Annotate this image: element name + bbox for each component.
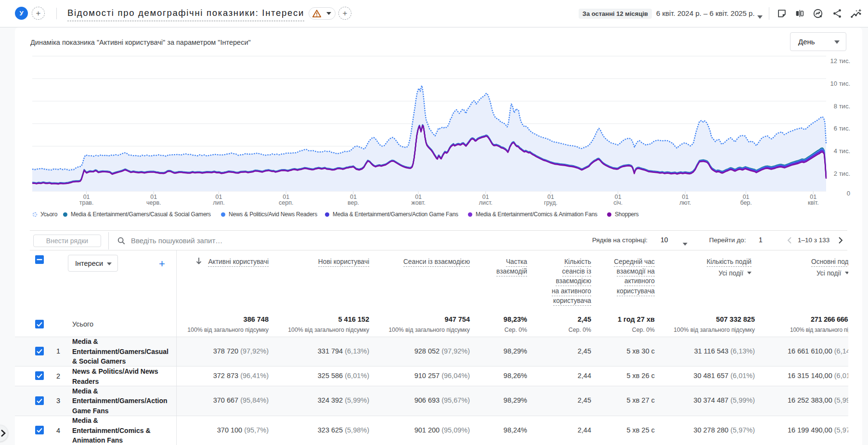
svg-text:серп.: серп.	[279, 199, 293, 206]
svg-text:квіт.: квіт.	[808, 199, 819, 206]
svg-text:12 тис.: 12 тис.	[830, 57, 850, 65]
svg-text:лип.: лип.	[213, 199, 225, 206]
svg-text:8 тис.: 8 тис.	[834, 103, 850, 110]
svg-text:10 тис.: 10 тис.	[830, 80, 850, 87]
svg-text:вер.: вер.	[348, 199, 359, 206]
svg-text:0: 0	[847, 190, 850, 197]
svg-text:6 тис.: 6 тис.	[834, 125, 850, 132]
svg-text:груд.: груд.	[544, 199, 557, 206]
svg-text:4 тис.: 4 тис.	[834, 147, 850, 155]
svg-text:січ.: січ.	[613, 199, 622, 206]
svg-text:2 тис.: 2 тис.	[834, 170, 850, 177]
svg-text:бер.: бер.	[740, 199, 751, 206]
svg-text:лист.: лист.	[479, 199, 492, 206]
svg-text:жовт.: жовт.	[411, 199, 426, 206]
svg-text:трав.: трав.	[79, 199, 94, 206]
svg-text:лют.: лют.	[679, 199, 691, 206]
svg-text:черв.: черв.	[146, 199, 161, 206]
